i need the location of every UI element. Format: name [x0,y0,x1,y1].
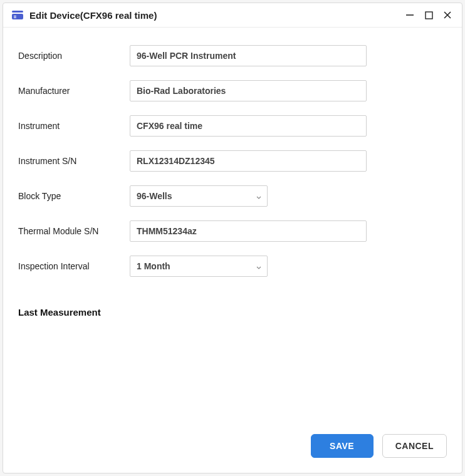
label-block-type: Block Type [18,191,130,201]
block-type-select-wrap: 96-Wells [130,185,268,207]
dialog-title: Edit Device(CFX96 real time) [29,10,404,21]
row-inspection-interval: Inspection Interval 1 Month [18,256,447,277]
instrument-sn-input[interactable] [130,150,367,172]
label-description: Description [18,51,130,61]
window-controls [404,9,453,21]
instrument-input[interactable] [130,115,367,137]
minimize-button[interactable] [404,9,415,21]
svg-rect-3 [14,18,16,18]
block-type-select[interactable]: 96-Wells [130,185,268,207]
label-thermal-module-sn: Thermal Module S/N [18,226,130,236]
dialog-content: Description Manufacturer Instrument Inst… [3,28,462,424]
save-button[interactable]: SAVE [311,434,374,458]
row-block-type: Block Type 96-Wells [18,185,447,207]
dialog-footer: SAVE CANCEL [3,424,462,473]
manufacturer-input[interactable] [130,80,367,101]
edit-device-dialog: Edit Device(CFX96 real time) Description… [3,3,462,473]
row-description: Description [18,45,447,66]
label-manufacturer: Manufacturer [18,86,130,96]
thermal-module-sn-input[interactable] [130,220,367,242]
description-input[interactable] [130,45,367,66]
label-instrument: Instrument [18,121,130,131]
section-last-measurement: Last Measurement [18,307,447,318]
row-instrument: Instrument [18,115,447,137]
label-instrument-sn: Instrument S/N [18,156,130,166]
inspection-interval-select-wrap: 1 Month [130,256,268,277]
maximize-button[interactable] [423,9,434,21]
svg-rect-1 [12,14,23,19]
row-manufacturer: Manufacturer [18,80,447,101]
label-inspection-interval: Inspection Interval [18,261,130,271]
titlebar: Edit Device(CFX96 real time) [3,3,462,28]
cancel-button[interactable]: CANCEL [382,434,447,458]
device-icon [12,11,23,19]
row-thermal-module-sn: Thermal Module S/N [18,220,447,242]
svg-rect-5 [426,12,432,19]
svg-rect-0 [12,11,23,13]
svg-rect-2 [14,16,16,16]
inspection-interval-select[interactable]: 1 Month [130,256,268,277]
close-button[interactable] [442,9,453,21]
row-instrument-sn: Instrument S/N [18,150,447,172]
